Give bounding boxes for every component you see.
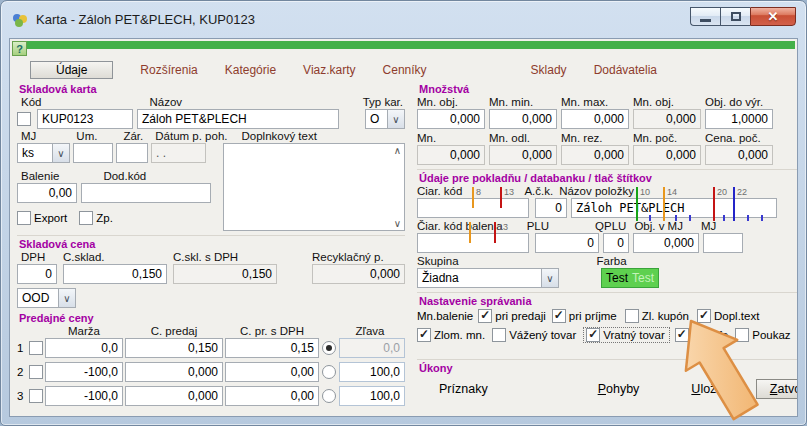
kod-input[interactable]: KUP0123 <box>37 109 133 129</box>
price-row-radio[interactable] <box>322 365 336 379</box>
check-icon: ✓ <box>419 328 429 340</box>
csklad-input[interactable]: 0,150 <box>63 264 167 284</box>
minimize-icon <box>700 19 711 22</box>
marza-input[interactable]: 0,0 <box>45 338 123 358</box>
farba-swatch[interactable]: Test Test <box>601 268 659 288</box>
field-label: Mn. odl. <box>489 132 561 144</box>
ulozit-button[interactable]: Uložiť <box>691 382 723 396</box>
mn-rez-input: 0,000 <box>561 145 629 165</box>
plu-input[interactable]: 0 <box>535 233 599 253</box>
maximize-button[interactable] <box>720 7 750 26</box>
price-row-checkbox[interactable] <box>29 389 43 403</box>
dph-input[interactable]: 0 <box>17 264 57 284</box>
cpredaj-input[interactable]: 0,000 <box>125 362 223 382</box>
marza-input[interactable]: -100,0 <box>45 362 123 382</box>
label-rest: ohyby <box>606 382 639 396</box>
dph-label: DPH <box>21 251 63 263</box>
qplu-input[interactable]: 0 <box>603 233 629 253</box>
chevron-down-icon: ∨ <box>546 273 553 284</box>
mj2-label: MJ <box>701 220 716 232</box>
zp-checkbox[interactable] <box>79 211 93 225</box>
check-icon: ✓ <box>588 328 598 340</box>
zlava-input[interactable]: 100,0 <box>339 386 405 406</box>
dopltext-checkbox[interactable]: ✓ <box>697 309 711 323</box>
help-button[interactable]: ? <box>12 41 27 56</box>
pri-prijme-checkbox[interactable]: ✓ <box>552 309 566 323</box>
tab-cenniky[interactable]: Cenníky <box>383 63 427 77</box>
field-label: Mn. poč. <box>633 132 705 144</box>
zlava-input[interactable]: 100,0 <box>339 362 405 382</box>
ruler-number: 22 <box>737 187 747 197</box>
field-label: Mn. obj. <box>633 96 705 108</box>
mn-obj2-input: 0,000 <box>633 109 701 129</box>
vazeny-tovar-checkbox[interactable] <box>492 328 506 342</box>
um-input[interactable] <box>73 143 113 163</box>
titlebar[interactable]: Karta - Záloh PET&PLECH, KUP0123 ✕ <box>1 1 806 38</box>
close-icon: ✕ <box>768 10 779 23</box>
typkar-input[interactable]: O <box>365 109 388 129</box>
pri-predaji-checkbox[interactable]: ✓ <box>478 309 492 323</box>
objvmj-input[interactable]: 0,000 <box>633 233 699 253</box>
mn-input: 0,000 <box>417 145 485 165</box>
balenie-label: Balenie <box>21 170 59 182</box>
scroll-down-icon[interactable]: ∨ <box>394 218 401 229</box>
zar-input[interactable] <box>116 143 148 163</box>
priznaky-button[interactable]: Príznaky <box>439 382 488 396</box>
tab-kategorie[interactable]: Kategórie <box>225 63 276 77</box>
dodkod-input[interactable] <box>81 183 211 203</box>
nazov-input[interactable]: Záloh PET&PLECH <box>137 109 339 129</box>
zar-label: Zár. <box>123 130 143 142</box>
typkar-label: Typ kar. <box>363 96 403 108</box>
mn-max-input[interactable]: 0,000 <box>561 109 629 129</box>
cprdph-input[interactable]: 0,15 <box>225 338 319 358</box>
ruler-mark-red <box>500 187 502 208</box>
ood-input[interactable]: OOD <box>17 288 59 308</box>
zl-kupon-checkbox[interactable] <box>625 309 639 323</box>
recykl-input: 0,000 <box>312 264 405 284</box>
price-row-checkbox[interactable] <box>29 341 43 355</box>
balenie-input[interactable]: 0,00 <box>17 183 77 203</box>
cprdph-input[interactable]: 0,00 <box>225 386 319 406</box>
poukaz-checkbox[interactable] <box>735 328 749 342</box>
mn-obj-input[interactable]: 0,000 <box>417 109 485 129</box>
cprdph-input[interactable]: 0,00 <box>225 362 319 382</box>
ack-input[interactable]: 0 <box>535 198 567 218</box>
minimize-button[interactable] <box>690 7 720 26</box>
roz-checkbox[interactable]: ✓ <box>675 328 689 342</box>
chevron-down-icon: ∨ <box>63 293 70 304</box>
tab-dodavatelia[interactable]: Dodávatelia <box>594 63 657 77</box>
tab-udaje[interactable]: Údaje <box>30 61 113 79</box>
doplnkovy-text-input[interactable]: ∧ ∨ <box>223 143 405 231</box>
tab-sklady[interactable]: Sklady <box>531 63 567 77</box>
price-row-checkbox[interactable] <box>29 365 43 379</box>
typkar-dropdown-button[interactable]: ∨ <box>388 109 405 129</box>
vratny-tovar-checkbox[interactable]: ✓ <box>586 328 600 342</box>
cpredaj-input[interactable]: 0,150 <box>125 338 223 358</box>
cpredaj-input[interactable]: 0,000 <box>125 386 223 406</box>
ciarkod-balenia-input[interactable] <box>417 233 529 253</box>
zatvorit-button[interactable]: Zatvoriť <box>756 379 798 399</box>
close-button[interactable]: ✕ <box>750 7 796 26</box>
scroll-up-icon[interactable]: ∧ <box>394 145 401 156</box>
mj-input[interactable]: ks <box>17 143 53 163</box>
obj-do-vyr-input[interactable]: 1,0000 <box>705 109 773 129</box>
price-row-radio[interactable] <box>322 389 336 403</box>
marza-input[interactable]: -100,0 <box>45 386 123 406</box>
skupina-dropdown-button[interactable]: ∨ <box>542 268 559 288</box>
mj-dropdown-button[interactable]: ∨ <box>53 143 70 163</box>
zlava-input: 0,0 <box>339 338 405 358</box>
dopln-label: Doplnkový text <box>241 130 316 142</box>
right-column: Množstvá Mn. obj. Mn. min. Mn. max. Mn. … <box>409 81 798 417</box>
zlom-mn-checkbox[interactable]: ✓ <box>417 328 431 342</box>
pohyby-button[interactable]: Pohyby <box>598 382 640 396</box>
mj2-input[interactable] <box>703 233 743 253</box>
kod-checkbox[interactable] <box>17 112 31 126</box>
skupina-input[interactable]: Žiadna <box>417 268 542 288</box>
ood-dropdown-button[interactable]: ∨ <box>59 288 76 308</box>
tab-rozsirenia[interactable]: Rozšírenia <box>140 63 197 77</box>
mn-min-input[interactable]: 0,000 <box>489 109 557 129</box>
export-checkbox[interactable] <box>17 211 31 225</box>
price-row-radio[interactable] <box>322 341 336 355</box>
tab-viazkarty[interactable]: Viaz.karty <box>303 63 355 77</box>
cskldph-label: C.skl. s DPH <box>173 251 303 263</box>
